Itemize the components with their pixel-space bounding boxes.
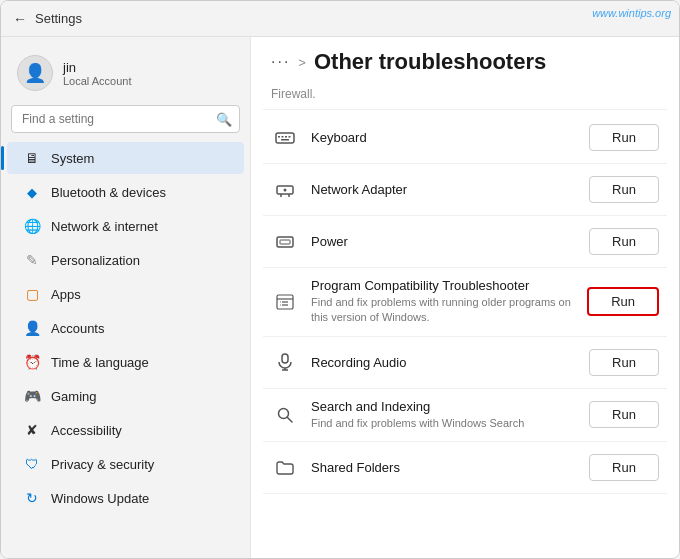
main-content: ··· > Other troubleshooters Firewall.: [251, 37, 679, 558]
sidebar-item-accessibility[interactable]: ✘ Accessibility: [7, 414, 244, 446]
sidebar-item-label-time: Time & language: [51, 355, 149, 370]
svg-rect-0: [276, 133, 294, 143]
search-indexing-desc: Find and fix problems with Windows Searc…: [311, 416, 577, 431]
program-compat-name: Program Compatibility Troubleshooter: [311, 278, 575, 293]
sidebar-item-label-network: Network & internet: [51, 219, 158, 234]
sidebar-item-gaming[interactable]: 🎮 Gaming: [7, 380, 244, 412]
troubleshooter-list: Firewall. Keyboard: [251, 83, 679, 558]
keyboard-icon: [271, 124, 299, 152]
sidebar: 👤 jin Local Account 🔍 🖥 System ◆ Bluetoo…: [1, 37, 251, 558]
keyboard-info: Keyboard: [311, 130, 577, 145]
shared-folders-info: Shared Folders: [311, 460, 577, 475]
sidebar-item-label-bluetooth: Bluetooth & devices: [51, 185, 166, 200]
svg-rect-4: [289, 136, 291, 138]
breadcrumb-arrow: >: [298, 55, 306, 70]
program-compat-desc: Find and fix problems with running older…: [311, 295, 575, 326]
svg-line-22: [288, 417, 293, 422]
list-item: Recording Audio Run: [263, 337, 667, 389]
sidebar-item-update[interactable]: ↻ Windows Update: [7, 482, 244, 514]
sidebar-item-time[interactable]: ⏰ Time & language: [7, 346, 244, 378]
program-compat-info: Program Compatibility Troubleshooter Fin…: [311, 278, 575, 326]
shared-folders-name: Shared Folders: [311, 460, 577, 475]
search-indexing-run-button[interactable]: Run: [589, 401, 659, 428]
search-input[interactable]: [11, 105, 240, 133]
network-adapter-info: Network Adapter: [311, 182, 577, 197]
user-section: 👤 jin Local Account: [1, 45, 250, 105]
sidebar-item-label-update: Windows Update: [51, 491, 149, 506]
power-name: Power: [311, 234, 577, 249]
list-item: Program Compatibility Troubleshooter Fin…: [263, 268, 667, 337]
recording-audio-info: Recording Audio: [311, 355, 577, 370]
time-icon: ⏰: [23, 353, 41, 371]
search-box[interactable]: 🔍: [11, 105, 240, 133]
list-item: Network Adapter Run: [263, 164, 667, 216]
search-indexing-icon: [271, 401, 299, 429]
sidebar-item-label-gaming: Gaming: [51, 389, 97, 404]
network-adapter-run-button[interactable]: Run: [589, 176, 659, 203]
sidebar-item-apps[interactable]: ▢ Apps: [7, 278, 244, 310]
bluetooth-icon: ◆: [23, 183, 41, 201]
title-bar: ← Settings: [1, 1, 679, 37]
sidebar-item-personalization[interactable]: ✎ Personalization: [7, 244, 244, 276]
sidebar-item-label-personalization: Personalization: [51, 253, 140, 268]
program-compat-run-button[interactable]: Run: [587, 287, 659, 316]
accessibility-icon: ✘: [23, 421, 41, 439]
breadcrumb-dots: ···: [271, 53, 290, 71]
sidebar-item-accounts[interactable]: 👤 Accounts: [7, 312, 244, 344]
user-info: jin Local Account: [63, 60, 132, 87]
svg-rect-18: [282, 354, 288, 363]
sidebar-item-system[interactable]: 🖥 System: [7, 142, 244, 174]
sidebar-item-label-apps: Apps: [51, 287, 81, 302]
accounts-icon: 👤: [23, 319, 41, 337]
settings-window: www.wintips.org ← Settings 👤 jin Local A…: [0, 0, 680, 559]
title-bar-title: Settings: [35, 11, 82, 26]
gaming-icon: 🎮: [23, 387, 41, 405]
search-indexing-name: Search and Indexing: [311, 399, 577, 414]
power-info: Power: [311, 234, 577, 249]
update-icon: ↻: [23, 489, 41, 507]
svg-rect-10: [277, 237, 293, 247]
network-adapter-icon: [271, 176, 299, 204]
back-button[interactable]: ←: [13, 11, 27, 27]
network-adapter-name: Network Adapter: [311, 182, 577, 197]
main-header: ··· > Other troubleshooters: [251, 37, 679, 83]
recording-audio-name: Recording Audio: [311, 355, 577, 370]
power-run-button[interactable]: Run: [589, 228, 659, 255]
personalization-icon: ✎: [23, 251, 41, 269]
sidebar-item-label-accessibility: Accessibility: [51, 423, 122, 438]
svg-rect-5: [281, 139, 289, 141]
shared-folders-icon: [271, 454, 299, 482]
network-icon: 🌐: [23, 217, 41, 235]
page-title: Other troubleshooters: [314, 49, 546, 75]
svg-rect-2: [282, 136, 284, 138]
sidebar-item-label-accounts: Accounts: [51, 321, 104, 336]
keyboard-name: Keyboard: [311, 130, 577, 145]
search-indexing-info: Search and Indexing Find and fix problem…: [311, 399, 577, 431]
watermark: www.wintips.org: [592, 7, 671, 19]
user-type: Local Account: [63, 75, 132, 87]
apps-icon: ▢: [23, 285, 41, 303]
avatar-icon: 👤: [24, 62, 46, 84]
recording-audio-run-button[interactable]: Run: [589, 349, 659, 376]
recording-audio-icon: [271, 348, 299, 376]
keyboard-run-button[interactable]: Run: [589, 124, 659, 151]
power-icon: [271, 228, 299, 256]
sidebar-item-network[interactable]: 🌐 Network & internet: [7, 210, 244, 242]
program-compat-icon: [271, 288, 299, 316]
firewall-note: Firewall.: [263, 83, 667, 110]
content-area: 👤 jin Local Account 🔍 🖥 System ◆ Bluetoo…: [1, 37, 679, 558]
sidebar-item-privacy[interactable]: 🛡 Privacy & security: [7, 448, 244, 480]
svg-rect-11: [280, 240, 290, 244]
sidebar-item-bluetooth[interactable]: ◆ Bluetooth & devices: [7, 176, 244, 208]
list-item: Keyboard Run: [263, 112, 667, 164]
list-item: Power Run: [263, 216, 667, 268]
list-item: Search and Indexing Find and fix problem…: [263, 389, 667, 442]
shared-folders-run-button[interactable]: Run: [589, 454, 659, 481]
user-name: jin: [63, 60, 132, 75]
sidebar-item-label-system: System: [51, 151, 94, 166]
list-item: Shared Folders Run: [263, 442, 667, 494]
svg-rect-3: [285, 136, 287, 138]
system-icon: 🖥: [23, 149, 41, 167]
search-icon: 🔍: [216, 112, 232, 127]
avatar: 👤: [17, 55, 53, 91]
